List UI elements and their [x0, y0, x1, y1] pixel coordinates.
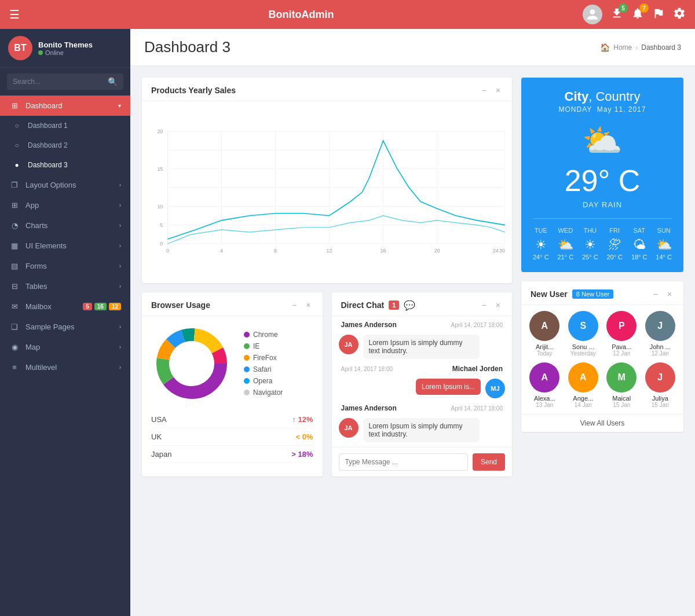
- chat-meta-2: April 14, 2017 18:00 Michael Jorden: [339, 365, 506, 373]
- chevron-right-icon-charts: ›: [119, 222, 121, 229]
- ie-dot: [244, 343, 250, 349]
- chat-badge: 1: [389, 300, 399, 310]
- avatar-ange: A: [568, 362, 598, 393]
- sidebar-item-multilevel[interactable]: ≡ Multilevel ›: [0, 357, 130, 377]
- sidebar-item-dashboard[interactable]: ⊞ Dashboard ▾: [0, 96, 130, 116]
- weather-forecast: TUE ☀ 24° C WED ⛅ 21° C THU ☀ 25° C: [533, 218, 672, 261]
- new-user-close-button[interactable]: ×: [665, 288, 674, 300]
- sidebar-item-sample[interactable]: ❑ Sample Pages ›: [0, 317, 130, 337]
- sidebar-item-mailbox[interactable]: ✉ Mailbox 5 16 12: [0, 296, 130, 317]
- page-title: Dashboard 3: [144, 38, 231, 56]
- stat-usa: USA ↑ 12%: [151, 411, 313, 428]
- chevron-right-icon-app: ›: [119, 202, 121, 208]
- circle-filled-icon: ●: [12, 161, 22, 169]
- sidebar-item-dashboard3[interactable]: ● Dashboard 3: [0, 155, 130, 175]
- sidebar-item-map[interactable]: ◉ Map ›: [0, 337, 130, 357]
- nav-label-forms: Forms: [25, 262, 114, 270]
- forms-icon: ▤: [9, 262, 20, 270]
- chat-toggle-icon[interactable]: 💬: [404, 300, 415, 311]
- sales-chart-actions: − ×: [480, 85, 503, 96]
- chat-message-3: JA Lorem Ipsum is simply dummy text indu…: [339, 418, 506, 442]
- navigator-dot: [244, 390, 250, 395]
- weather-city: City, Country: [533, 89, 672, 104]
- settings-button[interactable]: [673, 7, 686, 22]
- opera-dot: [244, 378, 250, 384]
- sidebar-item-layout[interactable]: ❐ Layout Options ›: [0, 175, 130, 195]
- hamburger-icon[interactable]: ☰: [9, 8, 20, 21]
- sidebar-search[interactable]: 🔍: [7, 74, 123, 90]
- close-button[interactable]: ×: [493, 85, 503, 96]
- chat-send-button[interactable]: Send: [473, 453, 505, 471]
- date-alexa: 13 Jan: [528, 402, 561, 408]
- sender-2: Michael Jorden: [452, 365, 503, 373]
- download-button[interactable]: 5: [610, 7, 623, 22]
- new-user-title: New User: [531, 289, 568, 299]
- date-john: 12 Jan: [644, 350, 677, 357]
- weather-card: City, Country MONDAY May 11, 2017 ⛅ 29° …: [521, 78, 683, 272]
- sender-1: James Anderson: [341, 321, 397, 329]
- svg-text:20: 20: [434, 248, 440, 254]
- nav-label-dashboard2: Dashboard 2: [28, 141, 121, 149]
- sidebar-item-tables[interactable]: ⊟ Tables ›: [0, 276, 130, 296]
- date-maical: 15 Jan: [605, 402, 638, 408]
- user-avatar[interactable]: [583, 5, 602, 24]
- avatar-arijit: A: [529, 311, 559, 341]
- minimize-button[interactable]: −: [480, 85, 489, 96]
- dashboard-icon: ⊞: [9, 101, 20, 110]
- main-content: Dashboard 3 🏠 Home › Dashboard 3 Product…: [130, 29, 695, 616]
- chevron-right-icon-forms: ›: [119, 263, 121, 269]
- name-maical: Maical: [605, 395, 638, 402]
- nav-label-tables: Tables: [25, 282, 114, 291]
- chat-avatar-2: MJ: [485, 379, 505, 398]
- layout: BT Bonito Themes Online 🔍 ⊞ Dashboard ▾ …: [0, 29, 695, 616]
- status-dot: [38, 50, 43, 55]
- breadcrumb-separator: ›: [635, 43, 638, 52]
- sidebar-item-dashboard2[interactable]: ○ Dashboard 2: [0, 135, 130, 155]
- browser-close-button[interactable]: ×: [303, 299, 313, 311]
- name-sonu: Sonu ...: [567, 343, 600, 350]
- navigator-label: Navigator: [253, 388, 283, 397]
- chrome-dot: [244, 332, 250, 338]
- nav-label-layout: Layout Options: [25, 181, 114, 189]
- chat-minimize-button[interactable]: −: [480, 299, 489, 311]
- sidebar-item-charts[interactable]: ◔ Charts ›: [0, 215, 130, 236]
- chat-message-1: JA Lorem Ipsum is simply dummy text indu…: [339, 335, 506, 359]
- search-icon[interactable]: 🔍: [108, 77, 118, 86]
- user-thumb-juliya: J Juliya 15 Jan: [644, 362, 677, 408]
- browser-minimize-button[interactable]: −: [290, 299, 299, 311]
- sample-icon: ❑: [9, 322, 20, 331]
- mailbox-badge-2: 16: [94, 303, 107, 310]
- chat-close-button[interactable]: ×: [493, 299, 503, 311]
- sidebar-item-app[interactable]: ⊞ App ›: [0, 195, 130, 215]
- direct-chat-title: Direct Chat: [341, 300, 385, 310]
- bell-button[interactable]: 7: [631, 7, 644, 22]
- chat-messages: James Anderson April 14, 2017 18:00 JA L…: [332, 316, 513, 447]
- date-ange: 14 Jan: [567, 402, 600, 408]
- chart-container: 20 15 10 5 0 0 4 8 12 16 20 24: [142, 101, 512, 283]
- weather-description: DAY RAIN: [533, 200, 672, 209]
- weather-country: Country: [595, 89, 640, 104]
- brand-name: BonitoAdmin: [20, 9, 583, 21]
- name-john: John ...: [644, 343, 677, 350]
- donut-wrapper: Chrome IE FireFox: [142, 316, 323, 411]
- new-user-minimize-button[interactable]: −: [651, 288, 660, 300]
- name-ange: Ange...: [567, 395, 600, 402]
- mailbox-badge-1: 5: [83, 303, 92, 310]
- chat-message-input[interactable]: [339, 453, 468, 471]
- forecast-wed: WED ⛅ 21° C: [557, 227, 573, 261]
- flag-button[interactable]: [652, 7, 665, 22]
- svg-text:20: 20: [157, 129, 163, 134]
- legend-firefox: FireFox: [244, 354, 283, 362]
- chevron-right-icon-sample: ›: [119, 324, 121, 330]
- new-user-actions: − ×: [651, 288, 674, 300]
- sidebar-item-ui[interactable]: ▦ UI Elements ›: [0, 236, 130, 256]
- stat-usa-value: ↑ 12%: [292, 415, 313, 424]
- search-input[interactable]: [13, 78, 104, 86]
- circle-icon-2: ○: [12, 141, 22, 149]
- sidebar-item-forms[interactable]: ▤ Forms ›: [0, 256, 130, 276]
- download-badge: 5: [619, 3, 628, 13]
- sidebar-item-dashboard1[interactable]: ○ Dashboard 1: [0, 116, 130, 135]
- view-all-users-button[interactable]: View All Users: [521, 414, 683, 432]
- new-user-header-left: New User 8 New User: [531, 289, 613, 299]
- direct-chat-card: Direct Chat 1 💬 − ×: [332, 292, 513, 476]
